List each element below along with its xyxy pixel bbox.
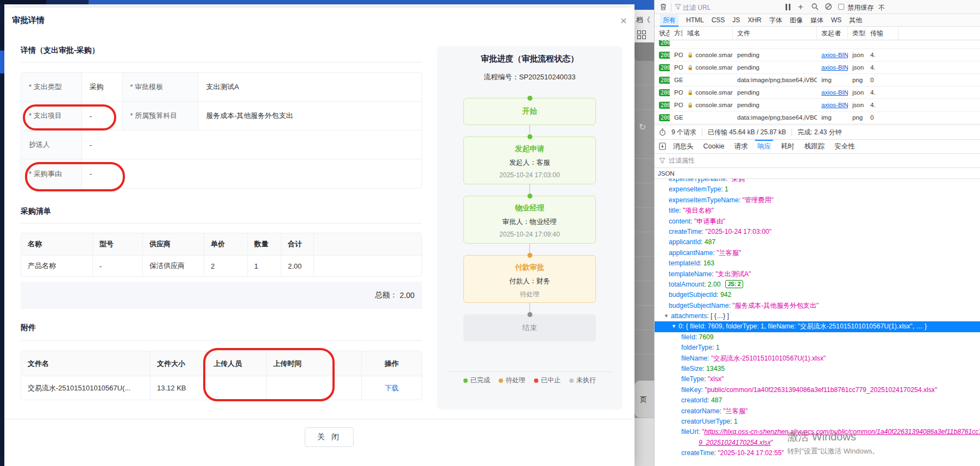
json-key: fileUrl	[681, 428, 698, 436]
json-key: fileKey	[681, 386, 701, 394]
network-request-row[interactable]: 200PO...🔒console.smartxfj...pendingaxios…	[655, 61, 980, 74]
refresh-icon: ↻	[639, 122, 646, 132]
disable-cache-checkbox[interactable]	[838, 4, 844, 10]
json-line[interactable]: fileSize: 13435	[655, 364, 980, 374]
background-page-label: 页	[640, 395, 647, 405]
network-request-row[interactable]: 200PO...🔒console.smartxfj...pendingaxios…	[655, 86, 980, 99]
json-line[interactable]: createTime: "2025-10-24 17:02:55"	[655, 448, 980, 458]
network-filter-tab-图像[interactable]: 图像	[790, 15, 803, 26]
throttle-label-partial[interactable]: 不	[878, 3, 885, 13]
initiator-link[interactable]: axios-BIN9X...	[821, 64, 848, 71]
flow-step-time: 待处理	[464, 290, 595, 299]
json-line[interactable]: fileUrl: "https://hlxq.oss-cn-shenzhen.a…	[655, 427, 980, 437]
json-line[interactable]: totalAmount: 2.00JS: 2	[655, 279, 980, 290]
block-icon[interactable]	[825, 3, 832, 10]
json-line[interactable]: templateName: "支出测试A"	[655, 269, 980, 279]
attachments-header-cell: 文件大小	[150, 351, 207, 376]
json-line[interactable]: creatorUserType: 1	[655, 417, 980, 427]
flow-code-label: 流程编号：	[483, 73, 519, 81]
detail-tab-安全性[interactable]: 安全性	[834, 140, 855, 153]
json-line[interactable]: createTime: "2025-10-24 17:03:00"	[655, 227, 980, 237]
flow-step-person: 付款人：财务	[464, 277, 595, 286]
detail-tab-响应[interactable]: 响应	[757, 140, 771, 153]
json-line[interactable]: budgetSubjectName: "服务成本-其他服务外包支出"	[655, 301, 980, 311]
network-column-header: 类型	[848, 27, 866, 40]
json-key: budgetSubjectId	[669, 291, 717, 299]
json-line[interactable]: expenseItemTypeName: "管理费用"	[655, 195, 980, 206]
detail-tab-消息头[interactable]: 消息头	[673, 140, 694, 153]
network-request-row[interactable]: 200GETdata:image/png;base64,iVBORw0KGgoi…	[655, 111, 980, 124]
initiator-link[interactable]: axios-BIN9X...	[821, 102, 848, 108]
json-line[interactable]: fileId: 7609	[655, 332, 980, 343]
close-button[interactable]: 关 闭	[305, 427, 354, 447]
approval-progress-panel: 审批进度（审批流程状态） 流程编号：SP202510240033 开始发起申请发…	[437, 46, 622, 409]
legend-dot	[463, 378, 468, 383]
detail-tab-Cookie[interactable]: Cookie	[703, 140, 725, 153]
background-left-sidebar	[0, 4, 4, 466]
properties-filter-input[interactable]: 过滤属性	[669, 156, 695, 165]
transferred-cell: 4.	[866, 86, 899, 99]
json-line-selected[interactable]: ▼0: { fileId: 7609, folderType: 1, fileN…	[655, 321, 980, 332]
json-line[interactable]: templateId: 163	[655, 258, 980, 269]
json-key: totalAmount	[669, 281, 704, 288]
pause-icon[interactable]	[785, 4, 790, 10]
json-line[interactable]: applicantName: "兰客服"	[655, 248, 980, 258]
json-line[interactable]: budgetSubjectId: 942	[655, 290, 980, 300]
annotation-circle-upload-columns	[203, 348, 335, 401]
network-filter-tab-字体[interactable]: 字体	[769, 15, 782, 26]
download-link[interactable]: 下载	[385, 383, 399, 393]
initiator-link[interactable]: axios-BIN9X...	[821, 52, 848, 58]
detail-tab-请求[interactable]: 请求	[734, 140, 747, 153]
network-filter-tab-所有[interactable]: 所有	[660, 15, 679, 26]
json-line[interactable]: content: "申请事由"	[655, 216, 980, 227]
flow-step-time: 2025-10-24 17:09:40	[464, 231, 595, 238]
filter-url-input[interactable]: 过滤 URL	[683, 3, 711, 13]
filter-icon	[659, 158, 665, 164]
json-line[interactable]: ▼attachments: [ {…} ]	[655, 311, 980, 321]
json-line[interactable]: 9_20251024170254.xlsx"	[655, 438, 980, 448]
json-line[interactable]: applicantId: 487	[655, 237, 980, 247]
json-line[interactable]: fileName: "交易流水-251015101010567U(1).xlsx…	[655, 353, 980, 364]
legend-dot	[569, 378, 574, 383]
approval-detail-modal: 审批详情 × 详情（支出审批-采购） * 支出类型采购* 审批模板支出测试A* …	[4, 8, 635, 466]
json-line[interactable]: title: "项目名称"	[655, 206, 980, 216]
add-icon[interactable]: +	[798, 2, 803, 12]
json-line[interactable]: creatorId: 487	[655, 395, 980, 406]
purchase-section-title: 采购清单	[21, 207, 51, 216]
network-filter-tab-HTML[interactable]: HTML	[686, 15, 704, 26]
initiator-link[interactable]: axios-BIN9X...	[821, 89, 848, 96]
background-page-strip: 档《 ↻ 页	[635, 0, 654, 466]
trash-icon[interactable]	[659, 3, 667, 11]
detail-tab-栈跟踪[interactable]: 栈跟踪	[804, 140, 825, 153]
search-icon[interactable]	[811, 3, 819, 10]
network-filter-tab-媒体[interactable]: 媒体	[811, 15, 824, 26]
json-line[interactable]: folderType: 1	[655, 343, 980, 353]
json-line[interactable]: fileType: "xlsx"	[655, 374, 980, 384]
network-request-row[interactable]: 200PO...🔒console.smartxfj...pendingaxios…	[655, 49, 980, 61]
json-key: creatorUserType	[681, 418, 730, 425]
json-line[interactable]: fileKey: "public/common/1a40f22631394086…	[655, 385, 980, 395]
form-label: * 所属预算科目	[123, 102, 199, 130]
method-cell: GET	[670, 111, 683, 124]
network-filter-tab-其他[interactable]: 其他	[849, 15, 862, 26]
network-request-row[interactable]: 200	[655, 40, 980, 49]
close-icon[interactable]: ×	[616, 13, 631, 28]
network-request-row[interactable]: 200PO...🔒console.smartxfj...pendingaxios…	[655, 99, 980, 111]
flow-step-title: 物业经理	[464, 203, 595, 213]
network-request-row[interactable]: 200GETdata:image/png;base64,iVBORw0KGgoi…	[655, 74, 980, 86]
total-amount-bar: 总额： 2.00	[21, 282, 422, 309]
network-filter-tab-JS[interactable]: JS	[732, 15, 740, 26]
json-line[interactable]: creatorName: "兰客服"	[655, 406, 980, 417]
network-filter-tab-XHR[interactable]: XHR	[747, 15, 761, 26]
json-string-value: "兰客服"	[717, 249, 741, 257]
json-line[interactable]: expenseItemType: 1	[655, 184, 980, 195]
json-number-value: 942	[720, 291, 731, 299]
network-filter-tab-CSS[interactable]: CSS	[712, 15, 725, 26]
purchase-row: 产品名称-保洁供应商212.00	[21, 255, 422, 276]
json-key: expenseTypeName	[669, 179, 726, 183]
json-line[interactable]: expenseTypeName: "采购"	[655, 179, 980, 184]
network-filter-tab-WS[interactable]: WS	[831, 15, 841, 26]
detail-tab-耗时[interactable]: 耗时	[781, 140, 794, 153]
properties-filter-row: 过滤属性	[655, 154, 980, 168]
transferred-cell: 4.	[866, 99, 899, 111]
